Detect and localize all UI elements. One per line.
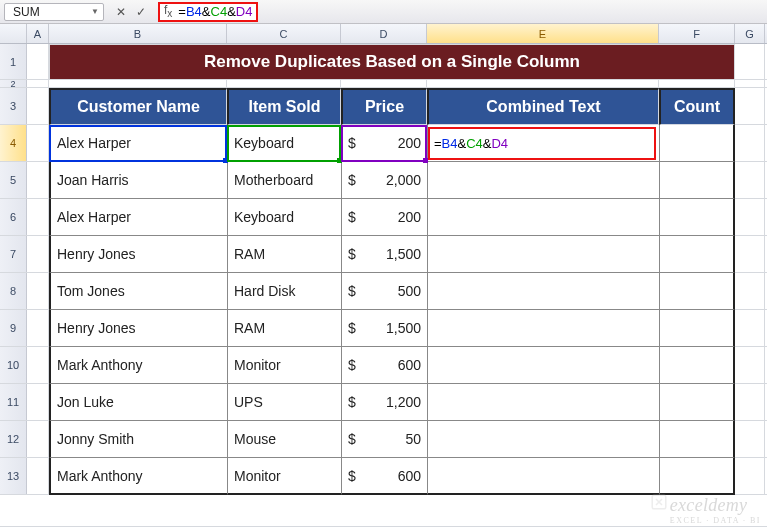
cell-g12[interactable] [735, 421, 765, 457]
cell-customer[interactable]: Mark Anthony [49, 347, 227, 384]
row-header-12[interactable]: 12 [0, 421, 27, 457]
cell-g6[interactable] [735, 199, 765, 235]
cell-combined[interactable] [427, 310, 659, 347]
cell-e2[interactable] [427, 80, 659, 87]
cell-price[interactable]: $600 [341, 347, 427, 384]
cell-g11[interactable] [735, 384, 765, 420]
col-header-d[interactable]: D [341, 24, 427, 43]
cell-item[interactable]: Monitor [227, 458, 341, 495]
row-header-13[interactable]: 13 [0, 458, 27, 494]
row-header-6[interactable]: 6 [0, 199, 27, 235]
row-header-5[interactable]: 5 [0, 162, 27, 198]
select-all-corner[interactable] [0, 24, 27, 43]
cell-a12[interactable] [27, 421, 49, 457]
row-header-7[interactable]: 7 [0, 236, 27, 272]
row-header-3[interactable]: 3 [0, 88, 27, 124]
cell-price[interactable]: $1,500 [341, 236, 427, 273]
cell-count[interactable] [659, 125, 735, 162]
row-header-10[interactable]: 10 [0, 347, 27, 383]
cell-combined[interactable] [427, 273, 659, 310]
cell-g9[interactable] [735, 310, 765, 346]
cell-item[interactable]: Monitor [227, 347, 341, 384]
cell-customer[interactable]: Henry Jones [49, 310, 227, 347]
cell-combined[interactable] [427, 458, 659, 495]
cell-customer[interactable]: Alex Harper [49, 125, 227, 162]
fx-icon[interactable]: fx [164, 3, 172, 19]
cell-count[interactable] [659, 458, 735, 495]
cell-a2[interactable] [27, 80, 49, 87]
row-header-1[interactable]: 1 [0, 44, 27, 79]
cell-a7[interactable] [27, 236, 49, 272]
col-header-b[interactable]: B [49, 24, 227, 43]
cell-a1[interactable] [27, 44, 49, 79]
cell-combined[interactable] [427, 421, 659, 458]
header-count[interactable]: Count [659, 88, 735, 125]
cell-count[interactable] [659, 384, 735, 421]
cell-item[interactable]: Keyboard [227, 125, 341, 162]
cell-combined[interactable] [427, 199, 659, 236]
cell-combined[interactable] [427, 236, 659, 273]
cell-price[interactable]: $200 [341, 199, 427, 236]
cell-count[interactable] [659, 310, 735, 347]
cell-customer[interactable]: Joan Harris [49, 162, 227, 199]
active-cell-e4[interactable]: =B4&C4&D4 [428, 127, 656, 160]
header-combined[interactable]: Combined Text [427, 88, 659, 125]
cell-count[interactable] [659, 273, 735, 310]
cell-g4[interactable] [735, 125, 765, 161]
cell-d2[interactable] [341, 80, 427, 87]
cell-item[interactable]: Keyboard [227, 199, 341, 236]
cell-price[interactable]: $2,000 [341, 162, 427, 199]
cell-g8[interactable] [735, 273, 765, 309]
chevron-down-icon[interactable]: ▼ [91, 7, 99, 16]
row-header-8[interactable]: 8 [0, 273, 27, 309]
cell-g5[interactable] [735, 162, 765, 198]
cell-customer[interactable]: Mark Anthony [49, 458, 227, 495]
cell-c2[interactable] [227, 80, 341, 87]
row-header-11[interactable]: 11 [0, 384, 27, 420]
cell-price[interactable]: $500 [341, 273, 427, 310]
cell-count[interactable] [659, 421, 735, 458]
cell-a11[interactable] [27, 384, 49, 420]
col-header-e[interactable]: E [427, 24, 659, 43]
cell-a13[interactable] [27, 458, 49, 494]
cell-customer[interactable]: Henry Jones [49, 236, 227, 273]
cell-count[interactable] [659, 236, 735, 273]
header-price[interactable]: Price [341, 88, 427, 125]
cell-price[interactable]: $200 [341, 125, 427, 162]
cell-price[interactable]: $1,500 [341, 310, 427, 347]
cancel-icon[interactable]: ✕ [116, 5, 126, 19]
cell-price[interactable]: $1,200 [341, 384, 427, 421]
cell-item[interactable]: RAM [227, 236, 341, 273]
cell-count[interactable] [659, 199, 735, 236]
header-item[interactable]: Item Sold [227, 88, 341, 125]
enter-icon[interactable]: ✓ [136, 5, 146, 19]
cell-g1[interactable] [735, 44, 765, 79]
header-customer[interactable]: Customer Name [49, 88, 227, 125]
cell-a10[interactable] [27, 347, 49, 383]
col-header-a[interactable]: A [27, 24, 49, 43]
cell-combined[interactable] [427, 162, 659, 199]
cell-a9[interactable] [27, 310, 49, 346]
col-header-f[interactable]: F [659, 24, 735, 43]
cell-customer[interactable]: Jonny Smith [49, 421, 227, 458]
cell-combined[interactable] [427, 347, 659, 384]
col-header-g[interactable]: G [735, 24, 765, 43]
name-box[interactable]: SUM ▼ [4, 3, 104, 21]
cell-g2[interactable] [735, 80, 765, 87]
cell-price[interactable]: $600 [341, 458, 427, 495]
cell-item[interactable]: Hard Disk [227, 273, 341, 310]
cell-a8[interactable] [27, 273, 49, 309]
cell-g3[interactable] [735, 88, 765, 124]
cell-g10[interactable] [735, 347, 765, 383]
cell-a4[interactable] [27, 125, 49, 161]
cell-g7[interactable] [735, 236, 765, 272]
cell-a6[interactable] [27, 199, 49, 235]
cell-count[interactable] [659, 347, 735, 384]
cell-f2[interactable] [659, 80, 735, 87]
cell-item[interactable]: Mouse [227, 421, 341, 458]
cell-a3[interactable] [27, 88, 49, 124]
row-header-4[interactable]: 4 [0, 125, 27, 161]
cell-customer[interactable]: Tom Jones [49, 273, 227, 310]
cell-customer[interactable]: Jon Luke [49, 384, 227, 421]
cell-g13[interactable] [735, 458, 765, 494]
